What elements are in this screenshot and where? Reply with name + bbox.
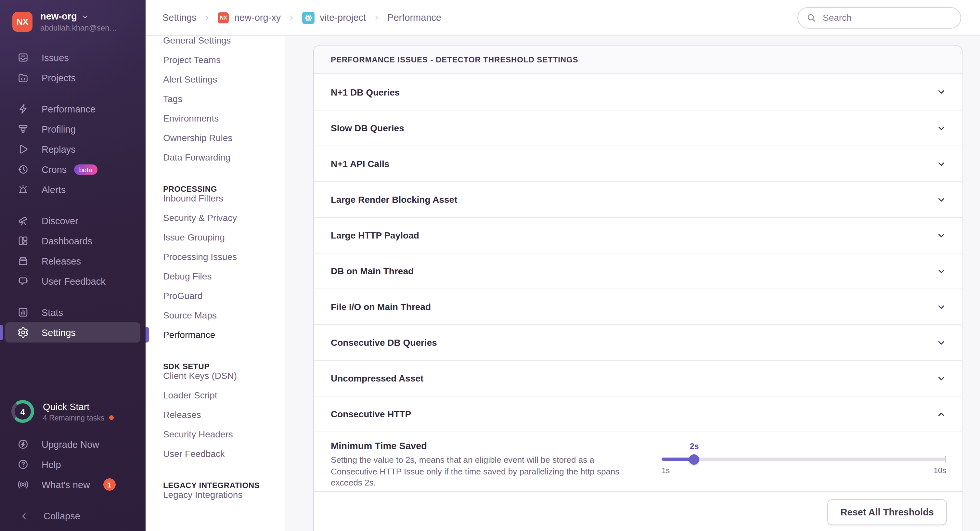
sidebar-item-dashboards[interactable]: Dashboards [0, 231, 146, 251]
chevron-down-icon[interactable] [937, 266, 946, 276]
search-input[interactable] [821, 12, 952, 24]
chevron-down-icon[interactable] [937, 302, 946, 312]
sidebar-item-label: Dashboards [41, 236, 92, 246]
sidebar-item-settings[interactable]: Settings [5, 323, 140, 343]
chevron-down-icon[interactable] [937, 123, 946, 133]
breadcrumb-org[interactable]: NX new-org-xy [218, 12, 281, 23]
chevron-down-icon[interactable] [937, 231, 946, 240]
threshold-row-title: DB on Main Thread [331, 266, 414, 276]
org-avatar: NX [218, 12, 229, 23]
sidebar-item-user-feedback[interactable]: User Feedback [0, 271, 146, 291]
sidebar-item-releases[interactable]: Releases [0, 251, 146, 271]
threshold-row-title: N+1 DB Queries [331, 87, 400, 97]
breadcrumb-settings[interactable]: Settings [162, 12, 197, 23]
chevron-right-icon [204, 14, 211, 21]
subnav-item-tags[interactable]: Tags [146, 89, 285, 108]
threshold-row-consecutive-db-queries[interactable]: Consecutive DB Queries [314, 324, 962, 360]
threshold-row-title: Slow DB Queries [331, 123, 404, 133]
help-icon [18, 459, 29, 470]
org-switcher[interactable]: NX new-org abdullah.khan@sen… [0, 0, 146, 39]
slider-value-label: 2s [690, 442, 699, 451]
quick-start-title: Quick Start [43, 401, 113, 413]
sidebar-item-projects[interactable]: Projects [0, 68, 146, 88]
chevron-right-icon [373, 14, 380, 21]
subnav-item-debug-files[interactable]: Debug Files [146, 267, 285, 286]
subnav-item-legacy-integrations[interactable]: Legacy Integrations [146, 485, 285, 504]
subnav-item-user-feedback[interactable]: User Feedback [146, 444, 285, 463]
sidebar-item-label: Projects [41, 73, 76, 83]
chevron-down-icon[interactable] [937, 87, 946, 97]
sidebar-item-alerts[interactable]: Alerts [0, 180, 146, 200]
breadcrumb-project[interactable]: vite-project [302, 11, 366, 24]
breadcrumb-page: Performance [387, 12, 441, 23]
sidebar-item-label: Settings [41, 328, 76, 338]
sidebar-item-help[interactable]: Help [0, 454, 146, 474]
chevron-right-icon [288, 14, 295, 21]
chevron-down-icon[interactable] [937, 159, 946, 169]
alerts-icon [18, 184, 29, 195]
sidebar-item-discover[interactable]: Discover [0, 211, 146, 231]
subnav-item-security-privacy[interactable]: Security & Privacy [146, 208, 285, 227]
sidebar-item-issues[interactable]: Issues [0, 48, 146, 68]
chevron-down-icon[interactable] [937, 374, 946, 383]
threshold-row-slow-db-queries[interactable]: Slow DB Queries [314, 110, 962, 146]
quick-start-subtitle: 4 Remaining tasks [43, 414, 104, 421]
sidebar-item-crons[interactable]: Crons beta [0, 159, 146, 180]
sidebar-item-label: Performance [41, 104, 95, 114]
chevron-down-icon[interactable] [937, 338, 946, 347]
subnav-item-data-forwarding[interactable]: Data Forwarding [146, 148, 285, 167]
threshold-row-large-render-blocking-asset[interactable]: Large Render Blocking Asset [314, 181, 962, 217]
collapse-sidebar-button[interactable]: Collapse [0, 501, 146, 531]
threshold-row-db-on-main-thread[interactable]: DB on Main Thread [314, 253, 962, 289]
threshold-row-consecutive-http[interactable]: Consecutive HTTP [314, 396, 962, 432]
chevron-down-icon[interactable] [937, 195, 946, 204]
subnav-item-issue-grouping[interactable]: Issue Grouping [146, 227, 285, 247]
slider-end-tick [945, 456, 946, 463]
sidebar-item-stats[interactable]: Stats [0, 302, 146, 323]
slider-handle[interactable] [689, 454, 700, 464]
subnav-item-processing-issues[interactable]: Processing Issues [146, 247, 285, 267]
sidebar-item-upgrade-now[interactable]: Upgrade Now [0, 434, 146, 454]
subnav-item-project-teams[interactable]: Project Teams [146, 50, 285, 70]
threshold-row-large-http-payload[interactable]: Large HTTP Payload [314, 217, 962, 253]
minimum-time-saved-slider[interactable]: 2s 1s 10s [662, 442, 946, 491]
setting-label: Minimum Time Saved [331, 440, 642, 451]
subnav-item-client-keys[interactable]: Client Keys (DSN) [146, 366, 285, 385]
chevron-up-icon[interactable] [937, 409, 946, 419]
threshold-row-title: Consecutive HTTP [331, 409, 411, 419]
subnav-item-ownership-rules[interactable]: Ownership Rules [146, 128, 285, 148]
threshold-row-n1-api-calls[interactable]: N+1 API Calls [314, 146, 962, 181]
subnav-item-alert-settings[interactable]: Alert Settings [146, 70, 285, 89]
quick-start-count: 4 [10, 399, 35, 424]
active-indicator [0, 325, 3, 340]
threshold-settings-panel: PERFORMANCE ISSUES - DETECTOR THRESHOLD … [313, 46, 963, 531]
threshold-row-uncompressed-asset[interactable]: Uncompressed Asset [314, 360, 962, 396]
subnav-item-source-maps[interactable]: Source Maps [146, 305, 285, 325]
main-content: PERFORMANCE ISSUES - DETECTOR THRESHOLD … [285, 36, 980, 531]
threshold-row-title: File I/O on Main Thread [331, 302, 431, 312]
threshold-row-file-io-on-main-thread[interactable]: File I/O on Main Thread [314, 289, 962, 324]
subnav-item-inbound-filters[interactable]: Inbound Filters [146, 189, 285, 208]
global-search[interactable] [797, 7, 961, 28]
sidebar-item-performance[interactable]: Performance [0, 99, 146, 119]
subnav-item-releases[interactable]: Releases [146, 405, 285, 424]
sidebar-item-replays[interactable]: Replays [0, 140, 146, 159]
subnav-item-loader-script[interactable]: Loader Script [146, 385, 285, 405]
sidebar-item-profiling[interactable]: Profiling [0, 119, 146, 140]
sidebar-item-label: Issues [41, 52, 69, 63]
subnav-item-general-settings[interactable]: General Settings [146, 36, 285, 50]
subnav-item-environments[interactable]: Environments [146, 108, 285, 128]
slider-track[interactable] [662, 458, 946, 461]
quick-start-widget[interactable]: 4 Quick Start 4 Remaining tasks [0, 393, 146, 434]
replays-icon [18, 144, 29, 155]
panel-footer: Reset All Thresholds [314, 491, 962, 531]
subnav-item-security-headers[interactable]: Security Headers [146, 424, 285, 444]
threshold-row-n1-db-queries[interactable]: N+1 DB Queries [314, 74, 962, 110]
pending-dot [109, 415, 113, 420]
reset-all-thresholds-button[interactable]: Reset All Thresholds [827, 499, 947, 525]
subnav-item-performance[interactable]: Performance [146, 325, 285, 345]
subnav-item-proguard[interactable]: ProGuard [146, 286, 285, 305]
threshold-row-title: Large Render Blocking Asset [331, 194, 458, 205]
sidebar-item-whats-new[interactable]: What's new 1 [0, 474, 146, 494]
upgrade-icon [18, 439, 29, 450]
